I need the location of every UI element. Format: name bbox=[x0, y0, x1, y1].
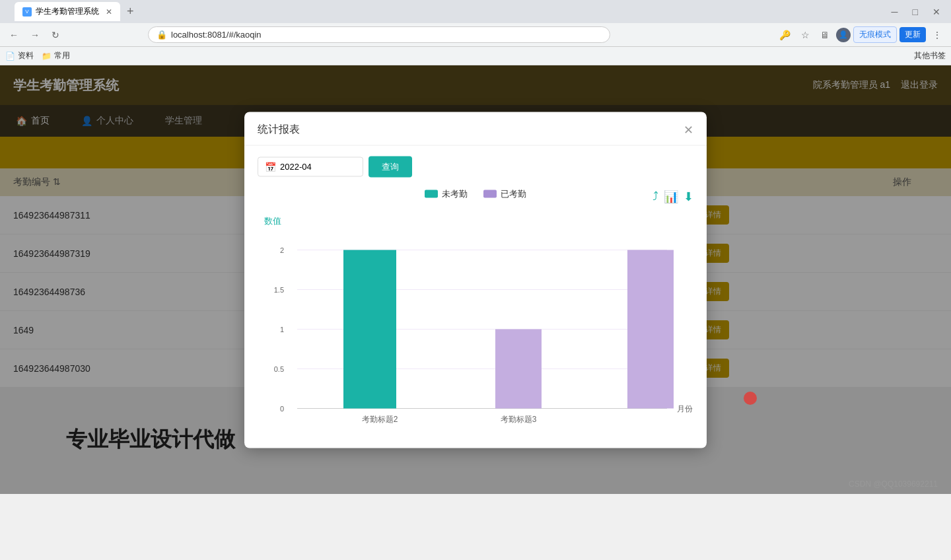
chart-action-buttons: ⤴ 📊 ⬇ bbox=[652, 189, 693, 203]
bookmark-others[interactable]: 其他书签 bbox=[914, 50, 946, 61]
bookmark-data-icon: 📄 bbox=[5, 52, 15, 61]
legend-unattended: 未考勤 bbox=[425, 188, 468, 199]
dialog-header: 统计报表 ✕ bbox=[244, 112, 707, 145]
menu-button[interactable]: ⋮ bbox=[929, 27, 946, 43]
query-button[interactable]: 查询 bbox=[369, 156, 412, 177]
back-button[interactable]: ← bbox=[5, 27, 22, 43]
forward-button[interactable]: → bbox=[26, 27, 44, 43]
legend-unattended-label: 未考勤 bbox=[442, 188, 468, 199]
svg-text:1.5: 1.5 bbox=[274, 285, 284, 293]
tab-close-button[interactable]: ✕ bbox=[106, 7, 112, 17]
tab-bar: V 学生考勤管理系统 ✕ + bbox=[15, 2, 882, 21]
browser-action-buttons: 🔑 ☆ 🖥 👤 无痕模式 更新 ⋮ bbox=[775, 26, 946, 43]
svg-text:2: 2 bbox=[280, 246, 284, 254]
address-bar: ← → ↻ 🔒 localhost:8081/#/kaoqin 🔑 ☆ 🖥 👤 … bbox=[0, 23, 951, 47]
no-crazy-mode-button[interactable]: 无痕模式 bbox=[853, 26, 897, 43]
bar-kq3-attended bbox=[495, 329, 542, 408]
window-minimize-button[interactable]: ─ bbox=[886, 4, 903, 20]
bookmark-data-label: 资料 bbox=[18, 50, 34, 61]
window-action-controls[interactable]: ─ □ ✕ bbox=[886, 4, 946, 20]
legend-teal-swatch bbox=[425, 190, 438, 197]
svg-text:1: 1 bbox=[280, 325, 284, 333]
url-bar[interactable]: 🔒 localhost:8081/#/kaoqin bbox=[148, 26, 610, 43]
desktop-icon[interactable]: 🖥 bbox=[816, 27, 833, 43]
update-button[interactable]: 更新 bbox=[899, 27, 926, 42]
x-label-kq2: 考勤标题2 bbox=[362, 414, 398, 423]
active-tab[interactable]: V 学生考勤管理系统 ✕ bbox=[15, 2, 120, 21]
profile-icon[interactable]: 👤 bbox=[836, 28, 851, 42]
tab-favicon: V bbox=[22, 7, 32, 17]
dialog-close-button[interactable]: ✕ bbox=[684, 122, 693, 137]
bookmark-others-label: 其他书签 bbox=[914, 50, 946, 61]
refresh-button[interactable]: ↻ bbox=[48, 27, 63, 43]
query-row: 📅 2022-04 查询 bbox=[258, 156, 693, 177]
chart-download-button[interactable]: ⬇ bbox=[684, 189, 693, 203]
star-icon[interactable]: ☆ bbox=[797, 27, 814, 43]
legend-and-actions-row: 未考勤 已考勤 ⤴ 📊 ⬇ bbox=[258, 188, 693, 205]
bar-kq4-attended bbox=[627, 250, 674, 408]
chart-area: 数值 0 0.5 1 1.5 2 bbox=[258, 210, 693, 437]
csdn-watermark: CSDN @QQ1039692211 bbox=[849, 479, 938, 489]
bookmark-common[interactable]: 📁 常用 bbox=[42, 50, 70, 61]
url-text: localhost:8081/#/kaoqin bbox=[171, 30, 262, 40]
window-maximize-button[interactable]: □ bbox=[907, 4, 923, 20]
bookmark-common-icon: 📁 bbox=[42, 52, 52, 61]
bookmark-common-label: 常用 bbox=[54, 50, 70, 61]
legend-attended: 已考勤 bbox=[483, 188, 526, 199]
bar-chart: 数值 0 0.5 1 1.5 2 bbox=[258, 210, 693, 435]
window-close-button[interactable]: ✕ bbox=[927, 4, 946, 20]
app-wrapper: 学生考勤管理系统 院系考勤管理员 a1 退出登录 🏠 首页 👤 个人中心 学生管… bbox=[0, 65, 951, 494]
x-label-kq3: 考勤标题3 bbox=[501, 414, 537, 423]
date-value: 2022-04 bbox=[280, 162, 312, 172]
y-axis-label: 数值 bbox=[264, 215, 281, 225]
calendar-icon: 📅 bbox=[265, 161, 276, 172]
legend-purple-swatch bbox=[483, 190, 497, 197]
dialog-body: 📅 2022-04 查询 未考勤 已考勤 bbox=[244, 145, 707, 448]
chart-bar-button[interactable]: 📊 bbox=[664, 189, 678, 203]
browser-chrome: V 学生考勤管理系统 ✕ + ─ □ ✕ bbox=[0, 0, 951, 23]
svg-text:0.5: 0.5 bbox=[274, 365, 284, 372]
bookmarks-bar: 📄 资料 📁 常用 其他书签 bbox=[0, 47, 951, 65]
lock-icon: 🔒 bbox=[157, 30, 167, 40]
stats-dialog: 统计报表 ✕ 📅 2022-04 查询 未考勤 bbox=[244, 112, 707, 448]
svg-text:0: 0 bbox=[280, 404, 284, 412]
date-input-field[interactable]: 📅 2022-04 bbox=[258, 157, 363, 176]
chart-line-button[interactable]: ⤴ bbox=[652, 189, 658, 203]
new-tab-button[interactable]: + bbox=[123, 5, 138, 18]
dialog-title: 统计报表 bbox=[258, 123, 300, 137]
tab-title: 学生考勤管理系统 bbox=[36, 6, 99, 17]
key-icon[interactable]: 🔑 bbox=[775, 27, 794, 43]
x-axis-label: 月份 bbox=[677, 403, 693, 413]
legend-row: 未考勤 已考勤 bbox=[425, 188, 526, 199]
bookmark-data[interactable]: 📄 资料 bbox=[5, 50, 34, 61]
bar-kq2-unattended bbox=[343, 250, 396, 408]
legend-attended-label: 已考勤 bbox=[501, 188, 526, 199]
